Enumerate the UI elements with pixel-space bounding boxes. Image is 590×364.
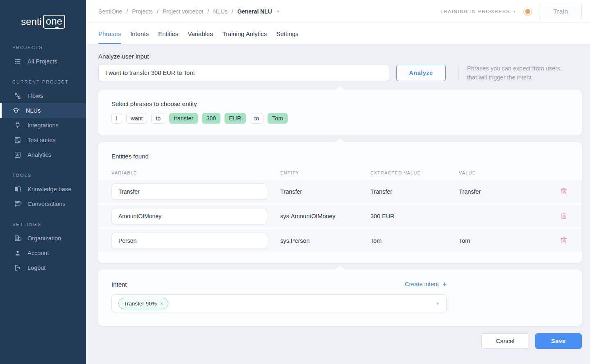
sidebar-item-logout[interactable]: Logout: [0, 260, 86, 275]
analyze-row: Analyze Phrases you can expect from user…: [98, 64, 582, 82]
entities-table-header: VARIABLE ENTITY EXTRACTED VALUE VALUE: [98, 165, 582, 180]
remove-intent-icon[interactable]: ×: [160, 301, 163, 307]
app-root: senti one PROJECTS All Projects CURRENT …: [0, 0, 590, 364]
variable-name-input[interactable]: [111, 183, 267, 200]
phrase-token[interactable]: to: [250, 113, 264, 124]
breadcrumb-project-voicebot[interactable]: Project voicebot: [163, 8, 204, 15]
footer-actions: Cancel Save: [98, 333, 582, 349]
delete-row-button[interactable]: [558, 235, 569, 246]
variable-name-input[interactable]: [111, 233, 267, 249]
trash-icon: [560, 212, 568, 220]
phrase-tokens: I want to transfer 300 EUR to Tom: [111, 113, 569, 124]
training-status-label: TRAINING IN PROGRESS: [440, 9, 510, 14]
selected-intent-pill: Transfer 90% ×: [118, 298, 168, 309]
book-icon: [14, 185, 21, 193]
delete-row-button[interactable]: [558, 186, 569, 197]
sidebar-item-integrations[interactable]: Integrations: [0, 118, 86, 133]
column-header-variable: VARIABLE: [111, 170, 280, 175]
phrase-token-highlighted[interactable]: transfer: [169, 113, 197, 124]
training-spinner-icon: [523, 7, 532, 16]
delete-row-button[interactable]: [558, 211, 569, 222]
phrase-token[interactable]: want: [126, 113, 148, 124]
breadcrumb-sentione[interactable]: SentiOne: [98, 8, 122, 15]
variable-name-input[interactable]: [111, 208, 267, 224]
sidebar-item-label: Knowledge base: [27, 186, 71, 192]
tab-intents[interactable]: Intents: [130, 23, 149, 44]
save-button[interactable]: Save: [535, 333, 582, 349]
extracted-value-cell: Transfer: [370, 188, 459, 195]
phrase-token-highlighted[interactable]: Tom: [268, 113, 287, 124]
phrase-token-highlighted[interactable]: EUR: [225, 113, 246, 124]
entity-cell: Transfer: [280, 188, 370, 195]
value-cell: Transfer: [459, 188, 556, 195]
sidebar-item-label: Logout: [27, 265, 45, 271]
entity-cell: sys.Person: [280, 237, 370, 244]
user-icon: [14, 249, 21, 257]
entity-cell: sys.AmountOfMoney: [280, 213, 370, 219]
phrase-token[interactable]: to: [151, 113, 165, 124]
tab-phrases[interactable]: Phrases: [98, 23, 121, 44]
chevron-down-icon[interactable]: ▾: [277, 9, 279, 14]
phrase-token-highlighted[interactable]: 300: [202, 113, 220, 124]
topbar-right: TRAINING IN PROGRESS ▾ Train: [440, 4, 582, 19]
sidebar-item-label: Conversations: [27, 201, 66, 207]
plug-icon: [14, 122, 21, 129]
create-intent-link[interactable]: Create intent +: [405, 280, 447, 288]
sidebar-item-analytics[interactable]: Analytics: [0, 147, 86, 162]
extracted-value-cell: 300 EUR: [370, 213, 459, 219]
sidebar-item-organization[interactable]: Organization: [0, 231, 86, 246]
selected-intent-label: Transfer 90%: [124, 301, 157, 307]
intent-header: Intent Create intent +: [111, 280, 447, 288]
sidebar-item-label: All Projects: [27, 58, 57, 65]
sidebar-item-nlus[interactable]: NLUs: [0, 103, 86, 118]
plus-icon: +: [442, 280, 447, 288]
analyze-user-input-label: Analyze user input: [98, 53, 582, 60]
tab-training-analytics[interactable]: Training Anlytics: [222, 23, 267, 44]
logo-text-senti: senti: [21, 16, 42, 27]
sidebar-section-settings: SETTINGS: [0, 211, 86, 231]
sidebar-item-account[interactable]: Account: [0, 246, 86, 260]
intent-card: Intent Create intent + Transfer 90% × ▾: [98, 269, 582, 326]
sidebar-item-knowledge-base[interactable]: Knowledge base: [0, 182, 86, 197]
breadcrumb-general-nlu[interactable]: General NLU: [237, 8, 272, 15]
select-phrases-card: Select phrases to choose entity I want t…: [98, 90, 582, 136]
analyze-input[interactable]: [98, 65, 389, 81]
sidebar-item-label: NLUs: [26, 107, 41, 114]
select-phrases-title: Select phrases to choose entity: [111, 100, 569, 107]
logo-text-one: one: [43, 15, 65, 29]
content: Analyze user input Analyze Phrases you c…: [86, 45, 590, 364]
breadcrumb-projects[interactable]: Projects: [132, 8, 153, 15]
tab-settings[interactable]: Settings: [276, 23, 298, 44]
graduation-cap-icon: [12, 107, 20, 114]
train-button[interactable]: Train: [540, 4, 582, 19]
table-row: sys.AmountOfMoney 300 EUR: [98, 205, 582, 228]
sidebar-item-conversations[interactable]: Conversations: [0, 197, 86, 211]
training-status-dropdown[interactable]: TRAINING IN PROGRESS ▾: [440, 9, 516, 14]
bar-chart-icon: [14, 151, 21, 158]
breadcrumb-nlus[interactable]: NLUs: [213, 8, 227, 15]
sidebar-section-tools: TOOLS: [0, 162, 86, 182]
column-header-value: VALUE: [459, 170, 556, 175]
entities-found-card: Entities found VARIABLE ENTITY EXTRACTED…: [98, 142, 582, 263]
table-row: sys.Person Tom Tom: [98, 229, 582, 252]
phrase-token[interactable]: I: [111, 113, 122, 124]
sidebar: senti one PROJECTS All Projects CURRENT …: [0, 0, 86, 364]
cancel-button[interactable]: Cancel: [481, 333, 529, 349]
create-intent-label: Create intent: [405, 281, 439, 287]
tab-entities[interactable]: Entities: [158, 23, 178, 44]
breadcrumb-separator: /: [157, 8, 159, 15]
analyze-button[interactable]: Analyze: [396, 65, 446, 81]
intent-select[interactable]: Transfer 90% × ▾: [111, 294, 447, 312]
list-icon: [14, 58, 21, 65]
extracted-value-cell: Tom: [370, 237, 459, 244]
sidebar-item-label: Account: [27, 250, 49, 256]
tab-variables[interactable]: Variables: [188, 23, 213, 44]
sidebar-section-projects: PROJECTS: [0, 34, 86, 54]
column-header-entity: ENTITY: [280, 170, 370, 175]
vertical-divider: [458, 66, 459, 80]
sidebar-item-test-suites[interactable]: Test suites: [0, 133, 86, 147]
sidebar-item-all-projects[interactable]: All Projects: [0, 54, 86, 69]
sidebar-item-flows[interactable]: Flows: [0, 88, 86, 103]
main-area: SentiOne / Projects / Project voicebot /…: [86, 0, 590, 364]
trash-icon: [560, 236, 568, 244]
